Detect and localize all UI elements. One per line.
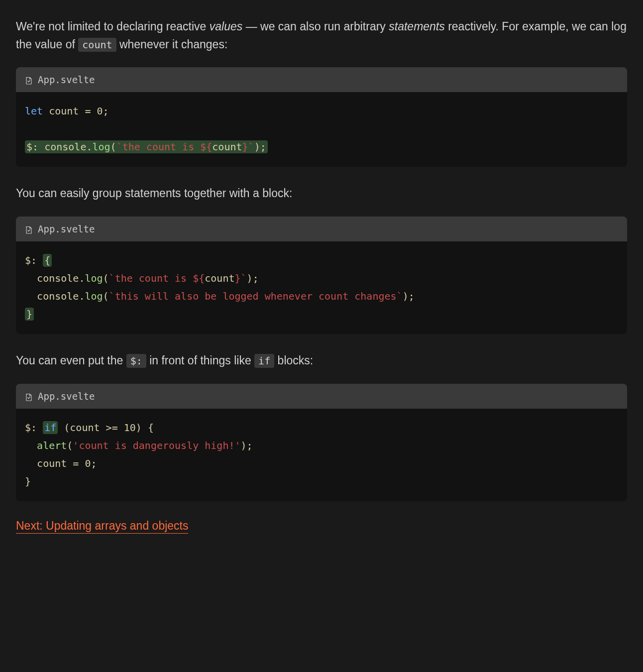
text-segment: You can even put the <box>16 354 126 367</box>
token-paren: ( <box>103 272 109 284</box>
token-string: this will also be logged whenever count … <box>115 290 397 302</box>
token-operator: = <box>67 457 85 469</box>
token-indent <box>25 457 37 469</box>
token-interp-close: } <box>242 141 248 153</box>
code-block-1: App.svelte let count = 0; $: console.log… <box>16 67 627 167</box>
highlighted-line: $: console.log(`the count is ${count}`); <box>25 140 268 153</box>
token-identifier: count <box>70 422 100 434</box>
code-block-2: App.svelte $: { console.log(`the count i… <box>16 217 627 334</box>
token-backtick: ` <box>397 290 403 302</box>
token-backtick: ` <box>116 141 122 153</box>
token-operator: = <box>79 105 97 117</box>
token-identifier: console. <box>37 290 85 302</box>
file-icon <box>25 225 33 233</box>
token-reactive-label: $: <box>25 422 37 434</box>
text-segment: We're not limited to declaring reactive <box>16 20 210 33</box>
inline-code-count: count <box>78 38 116 52</box>
token-string: the count is <box>115 272 193 284</box>
tutorial-content: We're not limited to declaring reactive … <box>0 0 643 562</box>
inline-code-if: if <box>254 354 274 368</box>
code-filename: App.svelte <box>38 74 95 85</box>
next-link[interactable]: Next: Updating arrays and objects <box>16 519 188 534</box>
token-interp-close: } <box>235 272 241 284</box>
token-function: log <box>92 141 110 153</box>
token-paren-semi: ); <box>241 440 253 451</box>
highlighted-brace: { <box>43 254 52 267</box>
token-identifier: count <box>49 105 79 117</box>
token-number: 0 <box>97 105 103 117</box>
token-interp-open: ${ <box>193 272 205 284</box>
token-backtick: ` <box>109 290 115 302</box>
token-keyword-let: let <box>25 105 43 117</box>
token-operator: >= <box>100 422 124 434</box>
file-icon <box>25 76 33 84</box>
token-number: 10 <box>124 422 136 434</box>
token-indent <box>25 440 37 451</box>
token-function: alert <box>37 440 67 451</box>
file-icon <box>25 392 33 400</box>
token-indent <box>25 290 37 302</box>
token-interp-open: ${ <box>200 141 212 153</box>
token-string: the count is <box>122 141 201 153</box>
token-backtick: ` <box>241 272 247 284</box>
text-segment: in front of things like <box>146 354 254 367</box>
code-filename: App.svelte <box>38 224 95 234</box>
token-number: 0 <box>85 457 91 469</box>
token-paren-semi: ); <box>247 272 259 284</box>
token-function: log <box>85 272 103 284</box>
token-paren: ( <box>110 141 116 153</box>
token-brace: } <box>25 475 31 487</box>
token-identifier: console. <box>37 272 85 284</box>
emphasis-values: values <box>210 20 242 33</box>
code-block-3: App.svelte $: if (count >= 10) { alert('… <box>16 384 627 501</box>
code-block-header: App.svelte <box>16 217 627 241</box>
token-paren: ( <box>67 440 73 451</box>
token-paren-semi: ); <box>403 290 415 302</box>
text-segment: blocks: <box>274 354 313 367</box>
token-brace: { <box>142 422 154 434</box>
token-paren: ) <box>136 422 142 434</box>
token-semicolon: ; <box>103 105 109 117</box>
highlighted-brace: } <box>25 308 34 321</box>
code-body[interactable]: $: if (count >= 10) { alert('count is da… <box>16 409 627 501</box>
token-paren: ( <box>58 422 70 434</box>
token-paren: ( <box>103 290 109 302</box>
code-body[interactable]: let count = 0; $: console.log(`the count… <box>16 92 627 167</box>
text-segment: whenever it changes: <box>116 38 228 51</box>
code-block-header: App.svelte <box>16 67 627 92</box>
code-block-header: App.svelte <box>16 384 627 409</box>
token-paren-semi: ); <box>254 141 266 153</box>
token-backtick: ` <box>248 141 254 153</box>
code-body[interactable]: $: { console.log(`the count is ${count}`… <box>16 241 627 334</box>
inline-code-dollar: $: <box>126 354 146 368</box>
token-identifier: count <box>205 272 234 284</box>
token-reactive-label: $: <box>26 141 38 153</box>
token-function: log <box>85 290 103 302</box>
paragraph-block: You can easily group statements together… <box>16 185 627 203</box>
code-filename: App.svelte <box>38 391 95 402</box>
paragraph-intro: We're not limited to declaring reactive … <box>16 18 627 53</box>
emphasis-statements: statements <box>389 20 445 33</box>
token-reactive-label: $: <box>25 254 37 266</box>
token-string: 'count is dangerously high!' <box>73 440 240 451</box>
token-identifier: count <box>37 457 67 469</box>
paragraph-if: You can even put the $: in front of thin… <box>16 352 627 370</box>
token-identifier: count <box>212 141 242 153</box>
text-segment: — we can also run arbitrary <box>242 20 389 33</box>
token-backtick: ` <box>109 272 115 284</box>
token-semicolon: ; <box>91 457 97 469</box>
token-indent <box>25 272 37 284</box>
highlighted-keyword-if: if <box>43 421 58 434</box>
token-identifier: console. <box>38 141 92 153</box>
